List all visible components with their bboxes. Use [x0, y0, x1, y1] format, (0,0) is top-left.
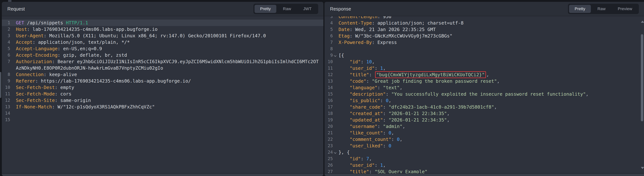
line-number: 7 — [2, 58, 10, 65]
code-line-18: 18 "created_at": "2026-01-21 22:34:35", — [324, 110, 644, 117]
line-number — [2, 65, 10, 71]
line-number: 2 — [2, 26, 10, 32]
fold-chevron-icon[interactable] — [334, 152, 336, 154]
code-line-23: 23 "user_liked": 0 — [324, 142, 644, 149]
line-number: 4 — [324, 20, 333, 26]
code-line-14: 14 — [2, 110, 324, 116]
tab-preview[interactable]: Preview — [612, 5, 638, 13]
top-edge-sliver — [8, 0, 12, 2]
request-panel-title: Request — [8, 6, 25, 12]
code-line-2: 2Host: lab-1769034214235-c4ms06.labs-app… — [2, 26, 324, 32]
code-line-7: 7Authorization: Bearer eyJhbGciOiJIUzI1N… — [2, 58, 324, 65]
code-line-3: 3User-Agent: Mozilla/5.0 (X11; Ubuntu; L… — [2, 32, 324, 39]
tab-raw[interactable]: Raw — [592, 5, 611, 13]
scroll-up-icon[interactable] — [641, 21, 644, 23]
code-line-10: 10 "id": 10, — [324, 58, 644, 65]
tab-pretty[interactable]: Pretty — [254, 5, 276, 13]
code-line-16: 16 "is_public": 0, — [324, 97, 644, 104]
code-line-4: 4Content-Type: application/json; charset… — [324, 20, 644, 26]
code-line-17: 17 "share_code": "dfc24b23-1acb-41c0-a29… — [324, 104, 644, 110]
scroll-down-icon[interactable] — [641, 167, 644, 169]
line-number: 12 — [324, 72, 333, 78]
code-text: "user_id": 1, — [333, 65, 386, 72]
code-line-20: 20 "username": "admin", — [324, 123, 644, 130]
response-panel-header: Response PrettyRawPreview — [324, 2, 644, 16]
line-number: 8 — [2, 71, 10, 78]
code-text: "title": "SQL Query Example" — [333, 168, 428, 174]
response-code-editor[interactable]: 3Content-Length: 9564Content-Type: appli… — [324, 16, 644, 174]
code-text: "share_code": "dfc24b23-1acb-41c0-a291-3… — [333, 104, 497, 110]
line-number: 21 — [324, 130, 333, 136]
line-number: 15 — [324, 91, 333, 97]
response-panel: Response PrettyRawPreview 3Content-Lengt… — [324, 2, 644, 176]
code-text: Date: Wed, 21 Jan 2026 22:35:25 GMT — [333, 26, 436, 33]
line-number: 1 — [2, 20, 10, 26]
code-text: Accept: application/json, text/plain, */… — [10, 39, 130, 46]
tab-jwt[interactable]: JWT — [298, 5, 317, 13]
code-line-27: 27 "title": "SQL Query Example" — [324, 168, 644, 174]
code-line-11: 11Sec-Fetch-Mode: cors — [2, 91, 324, 97]
line-number: 26 — [324, 162, 333, 168]
code-text: AzNDkyNH0.E8OP0R2dubnORJN-hAwkrLmGvaB7Vn… — [10, 65, 163, 71]
line-number: 10 — [324, 58, 333, 65]
code-text: Connection: keep-alive — [10, 71, 77, 78]
flag-highlight-box: "bug{CmxWIYjtyzgdiLxMgytBiWiCKUoTQCi2}" — [375, 71, 486, 78]
response-scrollbar-thumb[interactable] — [641, 34, 643, 121]
code-line-5: 5Date: Wed, 21 Jan 2026 22:35:25 GMT — [324, 26, 644, 33]
line-number: 5 — [324, 26, 333, 33]
request-horizontal-scrollbar[interactable] — [2, 173, 324, 176]
code-text: "id": 7, — [333, 156, 372, 162]
code-text: "user_id": 1, — [333, 162, 386, 168]
line-number: 9 — [2, 78, 10, 84]
code-text: "created_at": "2026-01-21 22:34:35", — [333, 110, 450, 117]
code-line-24: 24}, { — [324, 149, 644, 156]
line-number: 23 — [324, 142, 333, 149]
code-text: Accept-Language: en-US,en;q=0.9 — [10, 46, 102, 52]
line-number: 19 — [324, 117, 333, 123]
code-text: "language": "text", — [333, 84, 402, 91]
code-line-15: 15 "description": "You successfully expl… — [324, 91, 644, 97]
response-horizontal-scrollbar[interactable] — [324, 173, 644, 176]
line-number: 17 — [324, 104, 333, 110]
code-line-13: 13If-None-Match: W/"12c-p1sQdyoX3RS1AQkP… — [2, 104, 324, 110]
code-text — [10, 116, 16, 123]
line-number: 13 — [324, 78, 333, 84]
response-vertical-scrollbar[interactable] — [640, 18, 644, 172]
code-line-19: 19 "updated_at": "2026-01-21 22:34:35", — [324, 117, 644, 123]
line-number: 10 — [2, 84, 10, 91]
code-text: GET /api/snippets HTTP/1.1 — [10, 20, 88, 26]
line-number: 3 — [2, 32, 10, 39]
code-text: Sec-Fetch-Site: same-origin — [10, 97, 91, 104]
code-line-8: 8Connection: keep-alive — [2, 71, 324, 78]
code-line-11: 11 "user_id": 1, — [324, 65, 644, 72]
line-number: 27 — [324, 168, 333, 174]
response-tab-group: PrettyRawPreview — [568, 4, 639, 14]
line-number: 8 — [324, 46, 333, 52]
line-number: 6 — [2, 52, 10, 58]
code-line-7: 7X-Powered-By: Express — [324, 39, 644, 46]
code-text: "description": "You successfully exploit… — [333, 91, 589, 97]
line-number: 18 — [324, 110, 333, 117]
code-line-9: 9[{ — [324, 52, 644, 58]
tab-raw[interactable]: Raw — [278, 5, 296, 13]
line-number: 11 — [324, 65, 333, 72]
code-line-9: 9Referer: https://lab-1769034214235-c4ms… — [2, 78, 324, 84]
fold-chevron-icon[interactable] — [334, 54, 336, 56]
line-number: 9 — [324, 52, 333, 58]
tab-pretty[interactable]: Pretty — [569, 5, 591, 13]
code-text: "username": "admin", — [333, 123, 405, 130]
code-text: "is_public": 0, — [333, 97, 391, 104]
code-line-wrap: AzNDkyNH0.E8OP0R2dubnORJN-hAwkrLmGvaB7Vn… — [2, 65, 324, 71]
request-tab-group: PrettyRawJWT — [254, 4, 318, 14]
code-line-8: 8 — [324, 46, 644, 52]
code-text — [333, 46, 338, 52]
code-line-22: 22 "comment_count": 0, — [324, 136, 644, 142]
request-code-editor[interactable]: 1GET /api/snippets HTTP/1.12Host: lab-17… — [2, 16, 324, 174]
request-panel-header: Request PrettyRawJWT — [2, 2, 324, 16]
code-line-4: 4Accept: application/json, text/plain, *… — [2, 39, 324, 46]
code-line-15: 15 — [2, 116, 324, 123]
code-text: "like_count": 0, — [333, 130, 394, 136]
code-text: Sec-Fetch-Mode: cors — [10, 91, 72, 97]
line-number: 5 — [2, 46, 10, 52]
code-line-5: 5Accept-Language: en-US,en;q=0.9 — [2, 46, 324, 52]
